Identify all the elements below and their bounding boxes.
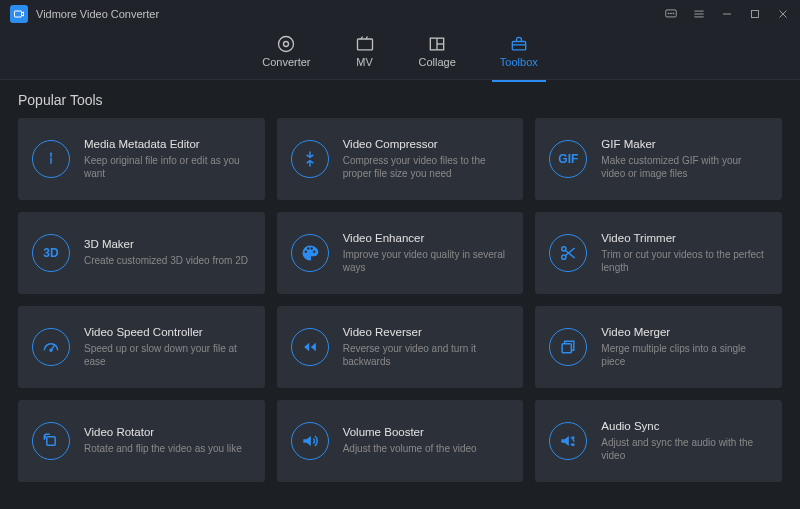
tool-card-compress[interactable]: Video CompressorCompress your video file… (277, 118, 524, 200)
card-desc: Rotate and flip the video as you like (84, 442, 242, 456)
card-title: 3D Maker (84, 238, 248, 250)
card-text: Volume BoosterAdjust the volume of the v… (343, 426, 477, 456)
card-text: Video TrimmerTrim or cut your videos to … (601, 232, 768, 275)
close-button[interactable] (776, 7, 790, 21)
card-desc: Reverse your video and turn it backwards (343, 342, 510, 369)
window-controls (664, 7, 790, 21)
svg-point-2 (668, 13, 669, 14)
converter-icon (276, 36, 296, 52)
feedback-icon[interactable] (664, 7, 678, 21)
palette-icon (291, 234, 329, 272)
tab-mv[interactable]: MV (355, 36, 375, 72)
svg-rect-24 (562, 344, 571, 353)
card-text: Video MergerMerge multiple clips into a … (601, 326, 768, 369)
titlebar-left: Vidmore Video Converter (10, 5, 159, 23)
card-desc: Keep original file info or edit as you w… (84, 154, 251, 181)
toolbox-icon (509, 36, 529, 52)
svg-point-13 (284, 41, 289, 46)
card-title: Video Speed Controller (84, 326, 251, 338)
tool-grid: Media Metadata EditorKeep original file … (18, 118, 782, 482)
tab-label: Converter (262, 56, 310, 68)
mv-icon (355, 36, 375, 52)
tool-card-gauge[interactable]: Video Speed ControllerSpeed up or slow d… (18, 306, 265, 388)
card-text: Video CompressorCompress your video file… (343, 138, 510, 181)
card-title: Video Merger (601, 326, 768, 338)
card-title: Media Metadata Editor (84, 138, 251, 150)
titlebar: Vidmore Video Converter (0, 0, 800, 28)
menu-icon[interactable] (692, 7, 706, 21)
compress-icon (291, 140, 329, 178)
tab-label: Collage (419, 56, 456, 68)
svg-rect-9 (752, 11, 759, 18)
rotate-icon (32, 422, 70, 460)
tab-collage[interactable]: Collage (419, 36, 456, 72)
tab-converter[interactable]: Converter (262, 36, 310, 72)
svg-rect-18 (512, 41, 525, 49)
svg-point-12 (279, 36, 294, 51)
card-desc: Adjust and sync the audio with the video (601, 436, 768, 463)
card-text: Video RotatorRotate and flip the video a… (84, 426, 242, 456)
tool-card-rotate[interactable]: Video RotatorRotate and flip the video a… (18, 400, 265, 482)
reverse-icon (291, 328, 329, 366)
svg-rect-25 (47, 437, 55, 445)
section-title: Popular Tools (18, 92, 782, 108)
svg-point-4 (673, 13, 674, 14)
card-text: Audio SyncAdjust and sync the audio with… (601, 420, 768, 463)
tab-label: Toolbox (500, 56, 538, 68)
tool-card-sync[interactable]: Audio SyncAdjust and sync the audio with… (535, 400, 782, 482)
card-title: GIF Maker (601, 138, 768, 150)
card-desc: Make customized GIF with your video or i… (601, 154, 768, 181)
gauge-icon (32, 328, 70, 366)
tool-card-palette[interactable]: Video EnhancerImprove your video quality… (277, 212, 524, 294)
svg-point-21 (562, 247, 566, 251)
content-area: Popular Tools Media Metadata EditorKeep … (0, 80, 800, 494)
svg-rect-0 (15, 11, 22, 17)
card-title: Video Enhancer (343, 232, 510, 244)
tab-toolbox[interactable]: Toolbox (500, 36, 538, 72)
volume-icon (291, 422, 329, 460)
tool-card-info[interactable]: Media Metadata EditorKeep original file … (18, 118, 265, 200)
tool-card-3d[interactable]: 3D3D MakerCreate customized 3D video fro… (18, 212, 265, 294)
card-text: Video EnhancerImprove your video quality… (343, 232, 510, 275)
card-title: Audio Sync (601, 420, 768, 432)
card-desc: Compress your video files to the proper … (343, 154, 510, 181)
card-desc: Create customized 3D video from 2D (84, 254, 248, 268)
svg-rect-14 (357, 39, 372, 50)
card-text: 3D MakerCreate customized 3D video from … (84, 238, 248, 268)
card-text: Video Speed ControllerSpeed up or slow d… (84, 326, 251, 369)
tab-label: MV (356, 56, 373, 68)
card-title: Volume Booster (343, 426, 477, 438)
card-text: Video ReverserReverse your video and tur… (343, 326, 510, 369)
card-title: Video Rotator (84, 426, 242, 438)
card-desc: Improve your video quality in several wa… (343, 248, 510, 275)
card-text: Media Metadata EditorKeep original file … (84, 138, 251, 181)
scissors-icon (549, 234, 587, 272)
info-icon (32, 140, 70, 178)
card-text: GIF MakerMake customized GIF with your v… (601, 138, 768, 181)
card-desc: Speed up or slow down your file at ease (84, 342, 251, 369)
tool-card-merge[interactable]: Video MergerMerge multiple clips into a … (535, 306, 782, 388)
collage-icon (427, 36, 447, 52)
merge-icon (549, 328, 587, 366)
sync-icon (549, 422, 587, 460)
card-title: Video Compressor (343, 138, 510, 150)
svg-point-20 (51, 153, 52, 154)
gif-icon: GIF (549, 140, 587, 178)
svg-point-23 (50, 349, 52, 351)
svg-point-22 (562, 255, 566, 259)
card-desc: Adjust the volume of the video (343, 442, 477, 456)
card-desc: Trim or cut your videos to the perfect l… (601, 248, 768, 275)
card-desc: Merge multiple clips into a single piece (601, 342, 768, 369)
tool-card-reverse[interactable]: Video ReverserReverse your video and tur… (277, 306, 524, 388)
card-title: Video Trimmer (601, 232, 768, 244)
app-title: Vidmore Video Converter (36, 8, 159, 20)
tool-card-volume[interactable]: Volume BoosterAdjust the volume of the v… (277, 400, 524, 482)
maximize-button[interactable] (748, 7, 762, 21)
svg-point-3 (671, 13, 672, 14)
main-tabs: Converter MV Collage Toolbox (0, 28, 800, 80)
tool-card-gif[interactable]: GIFGIF MakerMake customized GIF with you… (535, 118, 782, 200)
3d-icon: 3D (32, 234, 70, 272)
tool-card-scissors[interactable]: Video TrimmerTrim or cut your videos to … (535, 212, 782, 294)
card-title: Video Reverser (343, 326, 510, 338)
minimize-button[interactable] (720, 7, 734, 21)
